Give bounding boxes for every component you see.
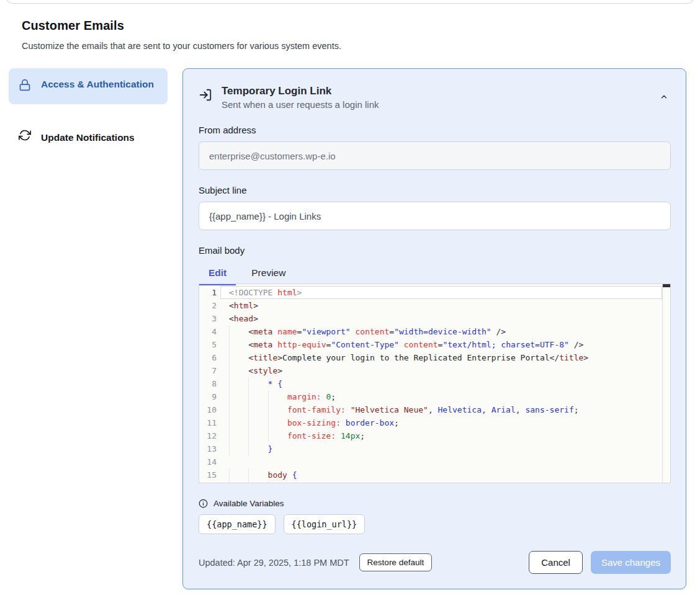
line-number: 6 <box>199 351 220 364</box>
line-number: 16 <box>199 481 220 483</box>
sidebar: Access & Authentication Update Notificat… <box>9 68 168 154</box>
line-number: 13 <box>199 442 220 455</box>
line-number: 8 <box>199 377 220 390</box>
lock-icon <box>19 79 31 96</box>
line-number: 12 <box>199 429 220 442</box>
from-address-input[interactable] <box>199 141 671 170</box>
page-title: Customer Emails <box>22 19 700 33</box>
line-number: 5 <box>199 338 220 351</box>
cancel-button[interactable]: Cancel <box>529 551 583 574</box>
code-line[interactable]: 4<meta name="viewport" content="width=de… <box>199 325 662 338</box>
code-line[interactable]: 14 <box>199 455 662 468</box>
sidebar-item-update-notifications[interactable]: Update Notifications <box>9 120 168 154</box>
sidebar-item-label: Access & Authentication <box>41 77 154 92</box>
tab-indicator <box>199 284 236 285</box>
code-line[interactable]: 9margin: 0; <box>199 390 662 403</box>
code-line[interactable]: 6<title>Complete your login to the Repli… <box>199 351 662 364</box>
refresh-icon <box>19 129 31 146</box>
code-line[interactable]: 1<!DOCTYPE html> <box>199 286 662 299</box>
collapse-button[interactable] <box>657 90 671 105</box>
code-line[interactable]: 7<style> <box>199 364 662 377</box>
code-line[interactable]: 2<html> <box>199 299 662 312</box>
editor-scrollbar[interactable] <box>662 284 670 483</box>
previous-card-edge <box>6 0 694 4</box>
sidebar-item-access-authentication[interactable]: Access & Authentication <box>9 68 168 104</box>
code-editor[interactable]: 1<!DOCTYPE html>2<html>3<head>4<meta nam… <box>199 284 671 483</box>
restore-default-button[interactable]: Restore default <box>359 553 433 571</box>
tab-preview[interactable]: Preview <box>241 266 295 284</box>
email-settings-panel: Temporary Login Link Sent when a user re… <box>182 68 686 589</box>
email-body-label: Email body <box>199 245 671 256</box>
login-icon <box>199 88 212 110</box>
line-number: 3 <box>199 312 220 325</box>
updated-timestamp: Updated: Apr 29, 2025, 1:18 PM MDT <box>199 558 349 568</box>
line-number: 14 <box>199 455 220 468</box>
from-address-label: From address <box>199 125 671 135</box>
code-line[interactable]: 12font-size: 14px; <box>199 429 662 442</box>
panel-subtitle: Sent when a user requests a login link <box>222 99 379 110</box>
sidebar-item-label: Update Notifications <box>41 130 135 145</box>
save-changes-button[interactable]: Save changes <box>591 551 671 574</box>
code-line[interactable]: 8* { <box>199 377 662 390</box>
code-line[interactable]: 13} <box>199 442 662 455</box>
editor-tabs: Edit Preview <box>199 266 671 284</box>
variable-chip-app-name[interactable]: {{app_name}} <box>199 514 276 534</box>
line-number: 7 <box>199 364 220 377</box>
subject-line-label: Subject line <box>199 185 671 195</box>
tab-edit[interactable]: Edit <box>199 266 236 284</box>
code-line[interactable]: 3<head> <box>199 312 662 325</box>
available-variables-label: Available Variables <box>213 499 284 508</box>
line-number: 9 <box>199 390 220 403</box>
line-number: 15 <box>199 468 220 481</box>
line-number: 2 <box>199 299 220 312</box>
code-line[interactable]: 5<meta http-equiv="Content-Type" content… <box>199 338 662 351</box>
code-line[interactable]: 15body { <box>199 468 662 481</box>
subject-line-input[interactable] <box>199 202 671 230</box>
info-icon[interactable] <box>199 499 208 508</box>
code-line[interactable]: 11box-sizing: border-box; <box>199 416 662 429</box>
code-line[interactable]: 10font-family: "Helvetica Neue", Helveti… <box>199 403 662 416</box>
page-subtitle: Customize the emails that are sent to yo… <box>22 41 700 51</box>
variable-chip-login-url[interactable]: {{login_url}} <box>284 514 366 534</box>
code-line[interactable]: 16background-color: #ffffff; <box>199 481 662 483</box>
panel-title: Temporary Login Link <box>222 85 379 97</box>
code-lines: 1<!DOCTYPE html>2<html>3<head>4<meta nam… <box>199 284 662 483</box>
editor-scrollbar-thumb[interactable] <box>663 284 670 287</box>
line-number: 10 <box>199 403 220 416</box>
line-number: 4 <box>199 325 220 338</box>
line-number: 11 <box>199 416 220 429</box>
line-number: 1 <box>199 286 220 299</box>
chevron-up-icon <box>660 94 668 103</box>
